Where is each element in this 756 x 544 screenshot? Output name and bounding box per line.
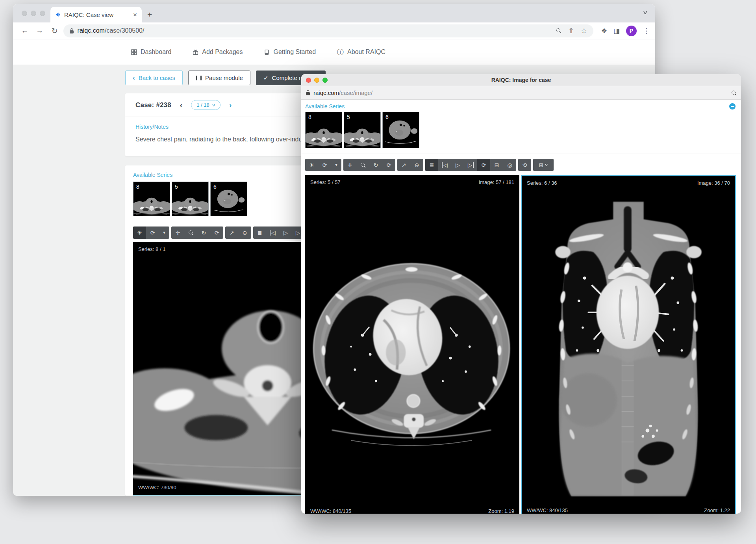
pause-module-label: Pause module (205, 74, 243, 81)
zoom-tool-button[interactable] (184, 227, 197, 239)
remove-annotation-button[interactable]: ⊖ (238, 227, 251, 239)
layers-button[interactable]: ≣ (253, 227, 266, 239)
popup-address-bar[interactable]: raiqc.com/case/image/ (301, 86, 741, 100)
toolbar-group-window: ☀ ⟳ ▾ (133, 227, 169, 239)
back-to-cases-label: Back to cases (139, 74, 175, 81)
share-icon[interactable]: ⇧ (568, 27, 574, 35)
play-button[interactable]: ▷ (279, 227, 292, 239)
popup-content: Available Series 8 5 6 (301, 100, 741, 514)
wwwc-button[interactable]: ☀ (305, 159, 318, 171)
url-path: /case/300500/ (105, 27, 145, 34)
rotate-button[interactable]: ↻ (197, 227, 210, 239)
url-text: raiqc.com/case/300500/ (78, 27, 145, 34)
viewport-zoom-label: Zoom: 1.19 (488, 508, 514, 514)
profile-avatar[interactable]: P (626, 26, 637, 36)
series-thumbnail-8[interactable]: 8 (305, 112, 342, 148)
case-pager-dropdown[interactable]: 1 / 18 ∨ (191, 100, 220, 110)
popup-series-header: Available Series (305, 103, 741, 110)
package-icon (193, 49, 198, 55)
wwwc-preset-caret[interactable]: ▾ (331, 159, 341, 171)
browser-toolbar: ← → ↻ raiqc.com/case/300500/ ⇧ ☆ ❖ ◨ P ⋮ (13, 22, 655, 39)
window-controls (22, 4, 45, 22)
browser-menu-icon[interactable]: ⋮ (643, 27, 650, 35)
reset-button[interactable]: ⟲ (518, 159, 531, 171)
series-thumbnail-6[interactable]: 6 (382, 112, 419, 148)
series-number: 5 (175, 184, 178, 190)
loop-button[interactable]: ⟳ (477, 159, 490, 171)
url-host: raiqc.com (313, 89, 339, 96)
close-window-button[interactable] (22, 11, 27, 16)
bookmark-star-icon[interactable]: ☆ (581, 27, 587, 35)
viewport-series-label: Series: 5 / 57 (310, 179, 341, 185)
tab-strip: RAIQC: Case view × + ∨ (13, 4, 655, 22)
address-bar[interactable]: raiqc.com/case/300500/ ⇧ ☆ (63, 24, 593, 37)
skip-end-icon: ▷ (296, 230, 302, 236)
viewport-wwwc-label: WW/WC: 840/135 (310, 508, 351, 514)
close-window-button[interactable] (306, 78, 311, 83)
extensions-puzzle-icon[interactable]: ❖ (601, 27, 607, 35)
layout-button[interactable]: ⊞ ∨ (533, 159, 554, 171)
nav-item-getting-started[interactable]: Getting Started (264, 48, 316, 56)
tab-close-icon[interactable]: × (133, 11, 137, 18)
url-text: raiqc.com/case/image/ (313, 89, 372, 97)
series-number: 6 (385, 114, 389, 120)
wwwc-button[interactable]: ☀ (133, 227, 146, 239)
zoom-page-icon[interactable] (556, 28, 561, 33)
browser-tab[interactable]: RAIQC: Case view × (50, 7, 142, 22)
available-series-heading: Available Series (305, 103, 729, 110)
series-thumbnail-5[interactable]: 5 (344, 112, 381, 148)
pause-module-button[interactable]: Pause module (188, 71, 250, 85)
reload-button[interactable]: ↻ (48, 26, 61, 35)
ct-viewport-series6[interactable]: Series: 6 / 36 Image: 36 / 70 WW/WC: 840… (521, 175, 736, 514)
minimize-window-button[interactable] (31, 11, 36, 16)
back-button[interactable]: ← (19, 26, 31, 35)
zoom-tool-button[interactable] (356, 159, 369, 171)
annotate-arrow-button[interactable]: ↗ (225, 227, 238, 239)
reading-list-icon[interactable]: ◨ (613, 27, 620, 35)
zoom-window-button[interactable] (40, 11, 45, 16)
invert-button[interactable]: ⟳ (146, 227, 159, 239)
ct-viewport-series5[interactable]: Series: 5 / 57 Image: 57 / 181 WW/WC: 84… (305, 175, 519, 514)
viewport-grid: Series: 5 / 57 Image: 57 / 181 WW/WC: 84… (305, 175, 741, 514)
wwwc-preset-caret[interactable]: ▾ (159, 227, 169, 239)
next-case-button[interactable]: › (229, 101, 232, 110)
viewer-toolbar: ☀ ⟳ ▾ ✛ ↻ ⟳ ↗ ⊖ ≣ ◁ ▷ ▷ (305, 159, 741, 171)
forward-button[interactable]: → (33, 26, 46, 35)
rotate-button[interactable]: ↻ (369, 159, 382, 171)
tab-search-chevron-icon[interactable]: ∨ (643, 9, 648, 15)
annotate-arrow-button[interactable]: ↗ (397, 159, 410, 171)
popup-title-bar[interactable]: RAIQC: Image for case (301, 74, 741, 86)
series-thumbnail-8[interactable]: 8 (133, 182, 170, 216)
zoom-window-button[interactable] (322, 78, 328, 83)
toolbar-group-layout: ⊞ ∨ (533, 159, 554, 171)
minimize-window-button[interactable] (314, 78, 319, 83)
nav-item-about[interactable]: ⓘ About RAIQC (337, 48, 385, 57)
layers-button[interactable]: ≣ (425, 159, 438, 171)
pan-button[interactable]: ✛ (171, 227, 184, 239)
first-image-button[interactable]: ◁ (438, 159, 451, 171)
last-image-button[interactable]: ▷ (464, 159, 477, 171)
chevron-left-icon: ‹ (133, 74, 135, 82)
play-button[interactable]: ▷ (451, 159, 464, 171)
flip-button[interactable]: ⟳ (382, 159, 395, 171)
series-thumbnail-6[interactable]: 6 (210, 182, 247, 216)
nav-item-add-packages[interactable]: Add Packages (193, 48, 243, 56)
lock-icon (306, 92, 310, 95)
first-image-button[interactable]: ◁ (266, 227, 279, 239)
back-to-cases-button[interactable]: ‹ Back to cases (125, 71, 183, 85)
sync-button[interactable]: ◎ (503, 159, 516, 171)
image-popup-window: RAIQC: Image for case raiqc.com/case/ima… (301, 74, 741, 514)
split-view-button[interactable]: ⊟ (490, 159, 503, 171)
flip-button[interactable]: ⟳ (210, 227, 223, 239)
toolbar-group-annotate: ↗ ⊖ (397, 159, 423, 171)
collapse-series-icon[interactable] (729, 103, 736, 110)
nav-item-dashboard[interactable]: Dashboard (131, 48, 171, 56)
series-thumbnail-5[interactable]: 5 (172, 182, 209, 216)
remove-annotation-button[interactable]: ⊖ (410, 159, 423, 171)
viewport-series-label: Series: 6 / 36 (527, 180, 557, 186)
previous-case-button[interactable]: ‹ (180, 101, 182, 110)
zoom-page-icon[interactable] (732, 91, 736, 95)
invert-button[interactable]: ⟳ (318, 159, 331, 171)
pan-button[interactable]: ✛ (343, 159, 356, 171)
new-tab-button[interactable]: + (147, 10, 152, 19)
